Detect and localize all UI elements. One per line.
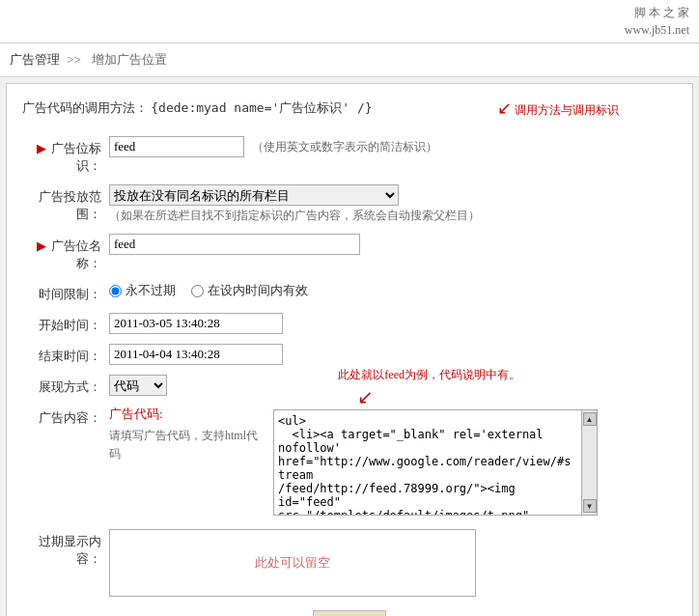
start-time-row: 开始时间： <box>22 313 677 334</box>
breadcrumb-current: 增加广告位置 <box>92 52 167 67</box>
call-method-annotation: ↙ 调用方法与调用标识 <box>497 98 619 119</box>
end-time-label: 结束时间： <box>22 344 109 365</box>
end-time-input[interactable] <box>109 344 283 365</box>
identifier-label: ▶ 广告位标识： <box>22 136 109 175</box>
identifier-row: ▶ 广告位标识： （使用英文或数字表示的简洁标识） <box>22 136 677 175</box>
scope-label: 广告投放范围： <box>22 184 109 223</box>
time-limit-row: 时间限制： 永不过期 在设内时间内有效 <box>22 282 677 303</box>
scroll-down-arrow[interactable]: ▼ <box>583 499 597 513</box>
name-row: ▶ 广告位名称： <box>22 234 677 272</box>
expiry-textarea-container: 此处可以留空 <box>109 529 476 597</box>
identifier-hint: （使用英文或数字表示的简洁标识） <box>252 139 437 155</box>
scroll-up-arrow[interactable]: ▲ <box>583 412 597 426</box>
scope-hint: （如果在所选栏目找不到指定标识的广告内容，系统会自动搜索父栏目） <box>109 208 480 224</box>
radio-time-range-input[interactable] <box>191 285 204 297</box>
ad-code-textarea-container: 此处就以feed为例，代码说明中有。 ↙ <ul> <li><a target=… <box>273 406 598 516</box>
site-name: 脚 本 之 家 <box>625 4 689 21</box>
radio-time-range[interactable]: 在设内时间内有效 <box>191 282 308 299</box>
display-select[interactable]: 代码 图片 文字 <box>109 375 167 396</box>
ad-code-title: 广告代码: <box>109 406 258 423</box>
submit-row: 确定 <box>22 610 677 616</box>
name-label: ▶ 广告位名称： <box>22 234 109 272</box>
start-time-input[interactable] <box>109 313 283 334</box>
end-time-row: 结束时间： <box>22 344 677 365</box>
scope-row: 广告投放范围： 投放在没有同名标识的所有栏目 仅投放在指定栏目 （如果在所选栏目… <box>22 184 677 224</box>
ad-content-row: 广告内容： 广告代码: 请填写广告代码，支持html代码 此处就以feed为例，… <box>22 406 677 516</box>
submit-button[interactable]: 确定 <box>313 610 386 616</box>
identifier-arrow: ▶ <box>37 141 46 155</box>
name-arrow: ▶ <box>37 238 46 253</box>
ad-content-label: 广告内容： <box>22 406 109 427</box>
expiry-placeholder: 此处可以留空 <box>255 554 330 572</box>
ad-code-annotation: 此处就以feed为例，代码说明中有。 ↙ <box>338 367 520 408</box>
expiry-row: 过期显示内容： 此处可以留空 <box>22 529 677 597</box>
expiry-label: 过期显示内容： <box>22 529 109 568</box>
call-method-label: 广告代码的调用方法： <box>22 100 148 115</box>
time-radio-group: 永不过期 在设内时间内有效 <box>109 282 308 299</box>
call-method-row: 广告代码的调用方法： {dede:myad name='广告位标识' /} ↙ … <box>22 99 677 117</box>
breadcrumb-parent[interactable]: 广告管理 <box>10 52 60 67</box>
main-content: 广告代码的调用方法： {dede:myad name='广告位标识' /} ↙ … <box>6 83 693 616</box>
scrollbar[interactable]: ▲ ▼ <box>582 409 598 516</box>
ad-code-desc: 请填写广告代码，支持html代码 <box>109 427 258 463</box>
radio-never-expire-input[interactable] <box>109 285 122 297</box>
radio-never-expire[interactable]: 永不过期 <box>109 282 176 299</box>
ad-code-textarea[interactable]: <ul> <li><a target="_blank" rel='externa… <box>273 409 582 516</box>
ad-code-desc-block: 广告代码: 请填写广告代码，支持html代码 <box>109 406 258 463</box>
breadcrumb-separator: >> <box>67 52 81 67</box>
time-limit-label: 时间限制： <box>22 282 109 303</box>
call-method-code: {dede:myad name='广告位标识' /} <box>151 100 372 115</box>
display-label: 展现方式： <box>22 375 109 396</box>
ad-code-annotation-arrow: ↙ <box>357 386 374 407</box>
top-bar: 脚 本 之 家 www.jb51.net <box>0 0 699 43</box>
name-input[interactable] <box>109 234 360 255</box>
site-url: www.jb51.net <box>625 21 689 39</box>
breadcrumb: 广告管理 >> 增加广告位置 <box>0 43 699 77</box>
annotation-arrow: ↙ <box>497 98 512 118</box>
start-time-label: 开始时间： <box>22 313 109 334</box>
identifier-input[interactable] <box>109 136 244 157</box>
scope-select[interactable]: 投放在没有同名标识的所有栏目 仅投放在指定栏目 <box>109 184 399 206</box>
